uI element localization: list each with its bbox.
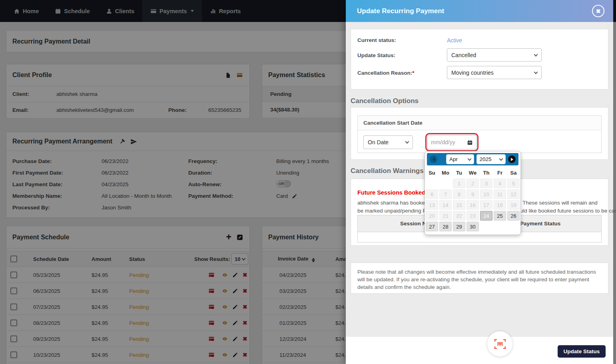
calendar-day[interactable]: 26	[507, 211, 520, 221]
calendar-day: 9	[466, 189, 479, 199]
calendar-day: 4	[494, 179, 506, 188]
calendar-day	[507, 222, 520, 231]
calendar-day	[494, 222, 506, 231]
note-card: Please note that all changes will become…	[351, 263, 608, 294]
update-status-select[interactable]: Cancelled	[447, 48, 542, 62]
cancellation-warnings-title: Cancellation Warnings	[351, 167, 424, 175]
chevron-down-icon	[405, 140, 409, 144]
calendar-day: 13	[426, 200, 438, 210]
on-date-select[interactable]: On Date	[363, 135, 413, 149]
calendar-day: 18	[494, 200, 506, 210]
calendar-day: 16	[466, 200, 479, 210]
calendar-day: 11	[494, 189, 506, 199]
calendar-day: 20	[426, 211, 438, 221]
date-input-wrap	[427, 135, 476, 149]
calendar-day: 23	[466, 211, 479, 221]
cancellation-options-title: Cancellation Options	[351, 97, 419, 105]
chevron-down-icon	[534, 70, 538, 74]
update-recurring-payment-modal: Update Recurring Payment ✖ Current statu…	[346, 0, 613, 364]
calendar-day: 5	[507, 179, 520, 188]
calendar-day: 15	[453, 200, 465, 210]
screen: HomeScheduleClientsPaymentsReports Recur…	[0, 0, 616, 364]
day-name: Th	[480, 168, 492, 177]
calendar-day[interactable]: 24	[480, 211, 492, 221]
day-name: Sa	[507, 168, 520, 177]
modal-footer: Update Status	[346, 337, 613, 364]
modal-header: Update Recurring Payment ✖	[346, 0, 613, 22]
calendar-day: 14	[439, 200, 452, 210]
calendar-day	[426, 179, 438, 188]
calendar-day: 10	[480, 189, 492, 199]
calendar-day[interactable]: 30	[466, 222, 479, 231]
calendar-day[interactable]: 25	[494, 211, 506, 221]
day-name: Fr	[494, 168, 506, 177]
calendar-day: 21	[439, 211, 452, 221]
future-sessions-heading: Future Sessions Booked	[357, 189, 425, 196]
calendar-day: 19	[507, 200, 520, 210]
chevron-down-icon	[499, 157, 503, 161]
start-date-header: Cancellation Start Date	[358, 116, 601, 130]
month-select[interactable]: Apr	[446, 154, 474, 164]
day-name: We	[466, 168, 479, 177]
next-month-icon[interactable]	[508, 155, 516, 163]
annotation-highlight-ring	[425, 133, 478, 151]
calendar-day: 7	[439, 189, 452, 199]
calendar-day: 3	[480, 179, 492, 188]
update-status-button[interactable]: Update Status	[558, 345, 606, 358]
current-status-label: Current status:	[357, 37, 396, 43]
prev-month-icon[interactable]	[430, 155, 437, 163]
cancellation-reason-label: Cancellation Reason:*	[357, 70, 415, 76]
calendar-day: 1	[453, 179, 465, 188]
calendar-day: 22	[453, 211, 465, 221]
datepicker-popup: Apr 2025 SuMoTuWeThFrSa12345678910111213…	[425, 151, 521, 235]
modal-title: Update Recurring Payment	[357, 7, 444, 15]
calendar-day: 8	[453, 189, 465, 199]
day-name: Mo	[439, 168, 452, 177]
calendar-icon[interactable]	[467, 139, 473, 145]
current-status-value: Active	[447, 37, 462, 44]
calendar-day	[480, 222, 492, 231]
calendar-day: 6	[426, 189, 438, 199]
status-card: Current status: Active Update Status: Ca…	[351, 29, 608, 90]
calendar-day: 12	[507, 189, 520, 199]
barcode-scan-icon[interactable]	[487, 331, 512, 356]
close-icon[interactable]: ✖	[592, 5, 604, 17]
calendar-day: 17	[480, 200, 492, 210]
day-name: Su	[426, 168, 438, 177]
calendar-day	[439, 179, 452, 188]
calendar-day[interactable]: 28	[439, 222, 452, 231]
calendar-day[interactable]: 27	[426, 222, 438, 231]
cancellation-reason-select[interactable]: Moving countries	[447, 66, 542, 79]
note-text: Please note that all changes will become…	[357, 268, 602, 291]
required-asterisk: *	[412, 70, 414, 76]
day-name: Tu	[453, 168, 465, 177]
calendar-day[interactable]: 29	[453, 222, 465, 231]
start-date-input[interactable]	[431, 139, 460, 145]
calendar-day: 2	[466, 179, 479, 188]
year-select[interactable]: 2025	[476, 154, 506, 164]
update-status-label: Update Status:	[357, 52, 395, 58]
calendar-grid: SuMoTuWeThFrSa12345678910111213141516171…	[427, 168, 518, 231]
chevron-down-icon	[467, 157, 471, 161]
datepicker-header: Apr 2025	[427, 153, 518, 165]
chevron-down-icon	[534, 52, 538, 56]
